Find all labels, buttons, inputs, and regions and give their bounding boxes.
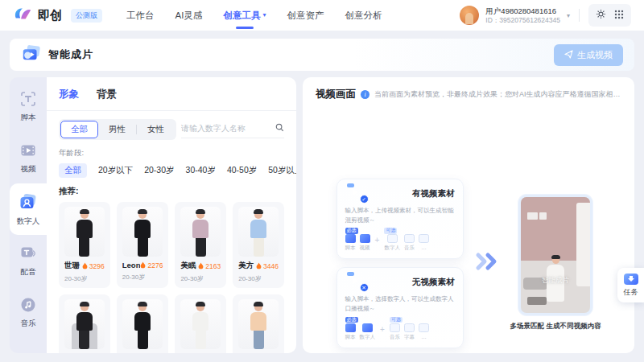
top-nav-bar: 即创 公测版 工作台 AI灵感 创意工具 创意资产 创意分析 用户4980280… [0,0,644,31]
rail-item-label: 配音 [21,267,36,278]
avatar-card[interactable]: Leon 2276 20-30岁 [117,202,169,288]
digital-human-mini-icon [387,234,398,243]
asset-type-rail: 脚本 视频 [10,77,47,353]
flame-icon [198,262,204,269]
nav-item-workbench[interactable]: 工作台 [126,0,155,31]
nav-item-creative-analytics[interactable]: 创意分析 [345,0,382,31]
topbar-right: 用户4980280481616 ID：3952075612624345 [460,4,631,27]
required-group: 必选 脚本 视频 [345,228,370,252]
hot-count: 3296 [82,262,105,270]
avatar-age: 20-30岁 [238,274,279,283]
video-folder-cross-icon: ✕ [345,274,365,290]
without-footage-desc: 输入脚本，选择数字人，可以生成数字人口播视频～ [345,294,455,313]
more-mini-icon [419,323,429,332]
jichuang-logo-icon [13,6,32,25]
age-filter-all[interactable]: 全部 [59,163,87,178]
without-footage-card: ✕ 无视频素材 输入脚本，选择数字人，可以生成数字人口播视频～ 必选 脚本 数字… [336,267,464,348]
age-filter-20-30[interactable]: 20-30岁 [144,165,174,176]
with-footage-title: 有视频素材 [412,188,455,200]
avatar-name: 美方 [238,261,256,271]
generate-video-button[interactable]: 生成视频 [554,44,623,66]
avatar-name: 世珊 [64,261,82,271]
rail-item-label: 视频 [21,164,36,175]
digital-human-library-panel: 形象 背景 全部 男性 女性 年龄段: 全部 20岁以下 [47,77,296,353]
divider [579,9,580,22]
subtitle-mini-icon [404,323,415,332]
avatar-cards-grid: 世珊 3296 20-30岁 Leon 22 [59,202,284,353]
avatar-card[interactable]: 世珊 3296 20-30岁 [59,202,110,288]
avatar-card[interactable]: 宁烟 2903 [233,294,284,353]
video-folder-check-icon: ✓ [345,186,365,201]
avatar-name: Leon [122,261,141,269]
user-name: 用户4980280481616 [485,6,560,15]
flame-icon [140,261,146,269]
search-input[interactable] [181,124,272,133]
user-info[interactable]: 用户4980280481616 ID：3952075612624345 [485,6,560,24]
preview-title: 视频画面 [316,88,356,101]
age-filter-40-50[interactable]: 40-50岁 [227,165,257,176]
tab-background[interactable]: 背景 [97,88,117,101]
video-icon [19,142,37,161]
rail-item-video[interactable]: 视频 [10,132,47,183]
age-filter-over-50[interactable]: 50岁以上 [268,165,296,176]
content-area: 脚本 视频 [10,77,634,353]
avatar-image [238,207,279,257]
task-float-button[interactable]: 任务 [617,268,644,302]
rail-item-digital-human[interactable]: 数字人 [10,183,47,235]
disclaimer-text: 当前画面为素材预览，非最终成片效果；您对AI生成内容应严格遵循国家相关法律法规的… [374,89,621,100]
brand[interactable]: 即创 公测版 [13,6,102,25]
settings-gear-icon[interactable] [596,8,606,23]
age-filter-30-40[interactable]: 30-40岁 [186,165,216,176]
divider [47,110,296,111]
flame-icon [82,262,88,269]
rail-item-voiceover[interactable]: 配音 [10,235,47,286]
user-id: ID：3952075612624345 [485,16,560,24]
rail-item-label: 数字人 [17,216,40,227]
info-icon: i [361,90,369,99]
apps-grid-icon[interactable] [614,8,624,23]
chevron-down-icon [262,12,266,19]
nav-item-creative-assets[interactable]: 创意资产 [287,0,324,31]
optional-group: 可选 数字人 音乐 … [384,228,429,252]
gender-filter-female[interactable]: 女性 [137,121,175,138]
beta-badge: 公测版 [71,9,102,23]
optional-badge: 可选 [384,228,397,234]
filter-row: 全部 男性 女性 [59,119,284,140]
gender-segmented-control: 全部 男性 女性 [59,119,176,140]
rail-item-script[interactable]: 脚本 [10,80,47,132]
tab-appearance[interactable]: 形象 [59,88,79,101]
user-avatar[interactable] [460,6,479,25]
gender-filter-all[interactable]: 全部 [60,121,98,138]
rail-item-label: 脚本 [21,113,36,123]
chevron-down-icon[interactable] [567,12,570,19]
music-icon [19,296,37,315]
plus-icon: + [380,325,385,334]
brand-name: 即创 [38,8,62,23]
rail-item-music[interactable]: 音乐 [10,286,47,338]
smart-film-icon [21,43,42,66]
double-chevron-right-icon [475,252,499,274]
avatar-image [180,207,221,257]
gender-filter-male[interactable]: 男性 [98,121,136,138]
search-icon[interactable] [275,121,284,135]
age-filter-under-20[interactable]: 20岁以下 [98,165,133,176]
hot-count: 2276 [140,261,163,269]
avatar-card[interactable]: 才吉 2322 [117,294,169,353]
script-icon [19,90,37,109]
voiceover-icon [19,245,37,264]
nav-item-creative-tools[interactable]: 创意工具 [223,0,266,31]
send-icon [564,50,573,60]
avatar-card[interactable]: 美方 3446 20-30岁 [233,202,284,288]
avatar-image [238,299,279,349]
quick-actions [588,4,631,27]
video-preview-panel: 视频画面 i 当前画面为素材预览，非最终成片效果；您对AI生成内容应严格遵循国家… [303,77,634,353]
age-filter-row: 全部 20岁以下 20-30岁 30-40岁 40-50岁 50岁以上 [59,163,284,178]
required-group: 必选 脚本 数字人 [345,318,376,341]
nav-item-ai-inspiration[interactable]: AI灵感 [175,0,203,31]
plus-icon: + [375,236,380,245]
avatar-card[interactable]: 世菲 7304 [59,294,110,353]
optional-group: 可选 音乐 字幕 … [390,318,429,341]
recommend-label: 推荐: [59,186,284,197]
avatar-card[interactable]: 美蔓 4475 [175,294,226,353]
avatar-card[interactable]: 美眠 2163 20-30岁 [175,202,226,288]
